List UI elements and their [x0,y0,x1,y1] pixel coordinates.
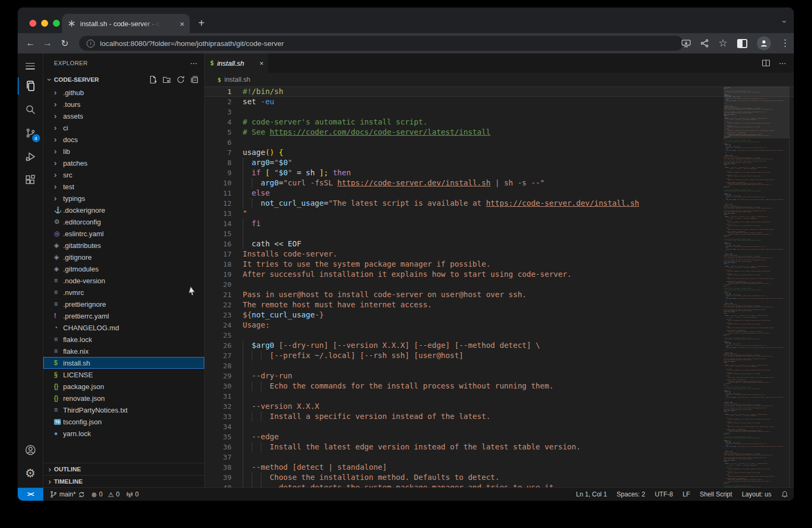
code-line[interactable]: 11 else [205,188,794,198]
activitybar-explorer[interactable] [18,74,43,98]
tree-item-.prettierignore[interactable]: ≡.prettierignore [43,298,204,310]
code-line[interactable]: 40 - detect detects the system package m… [205,483,794,487]
code-line[interactable]: 30 Echo the commands for the install pro… [205,381,794,391]
tree-item-.tours[interactable]: ›.tours [43,98,204,110]
code-line[interactable]: 35 --edge [205,432,794,442]
tree-item-src[interactable]: ›src [43,169,204,181]
code-line[interactable]: 22The remote host must have internet acc… [205,300,794,310]
activitybar-run-debug[interactable] [18,145,43,168]
tree-item-flake.nix[interactable]: ≡flake.nix [43,345,204,357]
tree-item-flake.lock[interactable]: ≡flake.lock [43,333,204,345]
code-line[interactable]: 13" [205,208,794,219]
address-bar[interactable]: i localhost:8080/?folder=/home/jothipras… [79,36,683,51]
code-line[interactable]: 28 [205,361,794,371]
code-line[interactable]: 4# code-server's automatic install scrip… [205,117,794,127]
tree-item-renovate.json[interactable]: {}renovate.json [43,392,204,404]
tree-item-.gitignore[interactable]: ◈.gitignore [43,251,204,263]
tree-item-assets[interactable]: ›assets [43,110,204,122]
keyboard-layout[interactable]: Layout: us [742,491,771,498]
code-line[interactable]: 38 --method [detect | standalone] [205,462,794,472]
browser-tab[interactable]: install.sh - code-server - co × [62,14,190,33]
tree-item-docs[interactable]: ›docs [43,134,204,145]
code-line[interactable]: 16 cath << EOF [205,239,794,249]
cursor-position[interactable]: Ln 1, Col 1 [576,491,607,498]
share-icon[interactable] [700,39,709,48]
side-panel-icon[interactable] [737,39,747,48]
tab-close-icon[interactable]: × [180,19,184,28]
account-button[interactable] [18,438,43,462]
zoom-window-button[interactable] [53,20,60,27]
activitybar-search[interactable] [18,98,43,121]
code-line[interactable]: 26 $arg0 [--dry-run] [--version X.X.X] [… [205,340,794,351]
minimize-window-button[interactable] [41,20,48,27]
tree-item-ci[interactable]: ›ci [43,122,204,134]
profile-avatar[interactable] [757,36,771,50]
tree-item-.prettierrc.yaml[interactable]: !.prettierrc.yaml [43,310,204,322]
tree-item-patches[interactable]: ›patches [43,157,204,169]
code-line[interactable]: 8 arg0="$0" [205,158,794,168]
new-file-icon[interactable] [149,75,157,84]
tree-item-.github[interactable]: ›.github [43,87,204,98]
editor-more-actions-icon[interactable]: ⋯ [779,59,786,67]
code-line[interactable]: 15 [205,229,794,239]
editor-tab-install-sh[interactable]: $ install.sh × [205,53,268,73]
code-line[interactable]: 25 [205,330,794,340]
timeline-section[interactable]: › TIMELINE [43,475,204,487]
code-line[interactable]: 7usage() { [205,147,794,158]
new-folder-icon[interactable] [163,75,171,84]
tab-search-chevron-icon[interactable]: › [780,20,790,23]
settings-button[interactable]: ⚙ [18,462,43,485]
forward-button[interactable]: → [39,38,56,49]
language-mode[interactable]: Shell Script [700,491,732,498]
browser-menu-icon[interactable]: ⋮ [780,39,790,48]
tree-item-.nvmrc[interactable]: ≡.nvmrc [43,286,204,298]
close-icon[interactable]: × [259,59,264,67]
code-line[interactable]: 39 Choose the installation method. Defau… [205,472,794,483]
code-line[interactable]: 6 [205,137,794,147]
code-line[interactable]: 20 [205,279,794,290]
minimap-slider[interactable] [724,87,789,138]
code-lines[interactable]: 1#!/bin/sh2set -eu34# code-server's auto… [205,87,794,487]
code-line[interactable]: 3 [205,107,794,117]
reload-button[interactable]: ↻ [56,38,73,49]
tree-item-typings[interactable]: ›typings [43,192,204,204]
url-text[interactable]: localhost:8080/?folder=/home/jothiprasat… [100,40,284,48]
code-line[interactable]: 29 --dry-run [205,371,794,381]
back-button[interactable]: ← [22,38,39,49]
tree-item-lib[interactable]: ›lib [43,145,204,157]
refresh-icon[interactable] [176,75,185,84]
code-line[interactable]: 5# See https://coder.com/docs/code-serve… [205,127,794,137]
menu-hamburger-icon[interactable] [26,61,35,71]
close-window-button[interactable] [29,20,36,27]
remote-indicator[interactable]: >< [18,488,43,501]
indentation[interactable]: Spaces: 2 [617,491,645,498]
bookmark-star-icon[interactable]: ☆ [718,39,728,48]
install-app-icon[interactable] [682,40,691,48]
code-line[interactable]: 33 Install a specific version instead of… [205,411,794,422]
tree-item-.node-version[interactable]: ≡.node-version [43,275,204,286]
encoding[interactable]: UTF-8 [655,491,673,498]
workspace-section-header[interactable]: › CODE-SERVER [43,72,204,87]
tree-item-.gitattributes[interactable]: ◈.gitattributes [43,239,204,251]
outline-section[interactable]: › OUTLINE [43,463,204,475]
code-line[interactable]: 14 fi [205,219,794,229]
split-editor-icon[interactable] [762,59,770,67]
tree-item-ThirdPartyNotices.txt[interactable]: ≡ThirdPartyNotices.txt [43,404,204,416]
tree-item-.editorconfig[interactable]: ⚙.editorconfig [43,216,204,228]
activitybar-extensions[interactable] [18,168,43,192]
explorer-more-actions-icon[interactable]: ⋯ [190,59,198,67]
tree-item-install.sh[interactable]: $install.sh [43,357,204,369]
notifications-bell[interactable] [781,491,788,498]
tree-item-yarn.lock[interactable]: ●yarn.lock [43,428,204,439]
code-line[interactable]: 34 [205,422,794,432]
code-line[interactable]: 2set -eu [205,97,794,107]
breadcrumb[interactable]: $ install.sh [205,73,794,87]
code-line[interactable]: 24Usage: [205,320,794,330]
code-editor[interactable]: 1#!/bin/sh2set -eu34# code-server's auto… [205,87,794,487]
code-line[interactable]: 19After successful installation it expla… [205,269,794,279]
code-line[interactable]: 10 arg0="curl -fsSL https://code-server.… [205,178,794,188]
eol[interactable]: LF [683,491,690,498]
tree-item-package.json[interactable]: {}package.json [43,381,204,392]
code-line[interactable]: 31 [205,391,794,401]
code-line[interactable]: 36 Install the latest edge version inste… [205,442,794,452]
